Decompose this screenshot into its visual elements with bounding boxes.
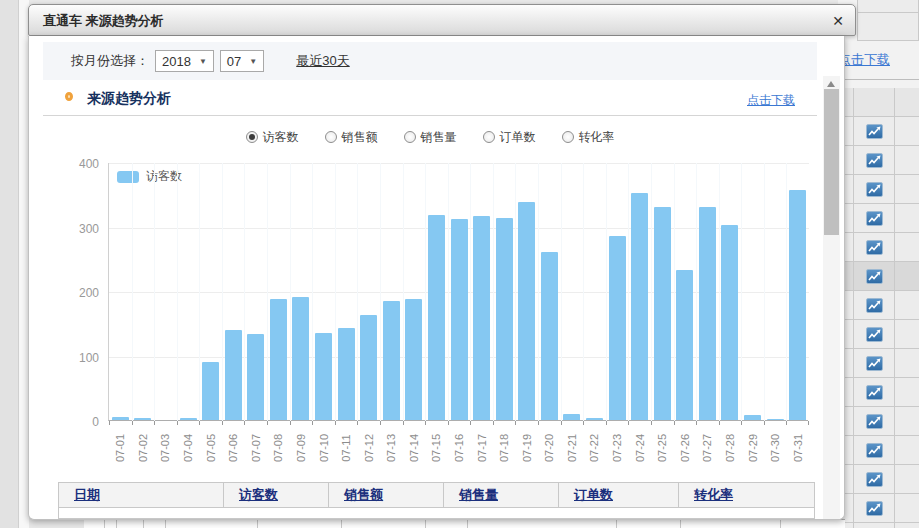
trend-chart-icon[interactable] <box>866 211 883 226</box>
month-selector-row: 按月份选择： 2018 ▼ 07 ▼ 最近30天 <box>43 42 817 80</box>
trend-chart-icon[interactable] <box>866 124 883 139</box>
bar-07-28 <box>721 225 738 420</box>
dialog-title: 直通车 来源趋势分析 <box>43 5 164 36</box>
trend-chart-icon[interactable] <box>866 153 883 168</box>
table-sort-link[interactable]: 日期 <box>74 486 100 504</box>
bullet-ring-icon <box>65 92 73 101</box>
table-cell <box>895 436 919 464</box>
trend-chart-icon[interactable] <box>866 414 883 429</box>
table-sort-link[interactable]: 销售额 <box>344 486 383 504</box>
x-axis-tick <box>154 421 155 425</box>
table-header-cell: 销售额 <box>329 483 444 507</box>
trend-chart-icon[interactable] <box>866 472 883 487</box>
metric-radio-3[interactable]: 销售量 <box>404 129 457 146</box>
x-tick-label: 07-31 <box>792 428 804 468</box>
bar-07-07 <box>247 334 264 420</box>
radio-button[interactable] <box>562 131 574 143</box>
metric-radio-2[interactable]: 销售额 <box>325 129 378 146</box>
y-tick-label: 100 <box>63 351 99 365</box>
month-select[interactable]: 07 ▼ <box>220 50 264 72</box>
x-tick-label: 07-08 <box>272 428 284 468</box>
trend-chart-icon[interactable] <box>866 240 883 255</box>
x-axis-tick <box>132 421 133 425</box>
gridline <box>335 163 336 421</box>
x-axis-tick <box>357 421 358 425</box>
bar-07-18 <box>496 218 513 420</box>
x-axis-tick <box>380 421 381 425</box>
table-cell <box>895 175 919 203</box>
trend-chart-icon[interactable] <box>866 327 883 342</box>
background-table-cell <box>857 13 919 41</box>
bar-07-04 <box>180 418 197 420</box>
cell-border <box>780 520 781 528</box>
radio-button[interactable] <box>325 131 337 143</box>
trend-chart-icon[interactable] <box>866 443 883 458</box>
cell-border <box>341 520 342 528</box>
x-tick-label: 07-14 <box>408 428 420 468</box>
gridline <box>244 163 245 421</box>
dialog-scrollbar[interactable] <box>823 76 840 520</box>
scrollbar-thumb[interactable] <box>824 89 839 235</box>
x-tick-label: 07-01 <box>114 428 126 468</box>
gridline <box>583 163 584 421</box>
radio-button[interactable] <box>404 131 416 143</box>
gridline <box>132 163 133 421</box>
metric-radio-label: 销售量 <box>421 129 457 146</box>
bar-07-06 <box>225 330 242 420</box>
trend-chart-icon[interactable] <box>866 182 883 197</box>
bar-07-17 <box>473 216 490 420</box>
dialog-titlebar: 直通车 来源趋势分析 ✕ <box>28 4 856 36</box>
table-cell <box>895 349 919 377</box>
table-sort-link[interactable]: 订单数 <box>574 486 613 504</box>
table-cell <box>854 233 895 261</box>
x-axis-tick <box>290 421 291 425</box>
bar-07-12 <box>360 315 377 420</box>
table-cell <box>895 320 919 348</box>
table-cell <box>854 320 895 348</box>
gridline <box>290 163 291 421</box>
background-table-cell <box>857 0 919 13</box>
x-tick-label: 07-06 <box>227 428 239 468</box>
table-cell <box>895 88 919 116</box>
trend-chart-icon[interactable] <box>866 356 883 371</box>
gridline <box>538 163 539 421</box>
trend-chart-icon[interactable] <box>866 298 883 313</box>
metric-radio-5[interactable]: 转化率 <box>562 129 615 146</box>
trend-chart-icon[interactable] <box>866 501 883 516</box>
x-tick-label: 07-13 <box>385 428 397 468</box>
gridline <box>696 163 697 421</box>
table-cell <box>895 378 919 406</box>
radio-button[interactable] <box>246 131 258 143</box>
bar-07-11 <box>338 328 355 420</box>
gridline <box>312 163 313 421</box>
bar-07-25 <box>654 207 671 420</box>
table-sort-link[interactable]: 销售量 <box>459 486 498 504</box>
trend-chart-icon[interactable] <box>866 269 883 284</box>
gridline <box>606 163 607 421</box>
table-sort-link[interactable]: 访客数 <box>239 486 278 504</box>
scroll-up-icon[interactable] <box>823 76 840 90</box>
metric-radio-4[interactable]: 订单数 <box>483 129 536 146</box>
year-select[interactable]: 2018 ▼ <box>155 50 214 72</box>
download-link[interactable]: 点击下载 <box>747 92 795 109</box>
table-cell <box>854 436 895 464</box>
metric-radio-1[interactable]: 访客数 <box>246 129 299 146</box>
table-cell <box>854 146 895 174</box>
trend-chart-icon[interactable] <box>866 385 883 400</box>
x-axis-tick <box>583 421 584 425</box>
radio-button[interactable] <box>483 131 495 143</box>
bar-07-09 <box>292 297 309 420</box>
close-icon[interactable]: ✕ <box>827 10 849 32</box>
table-cell <box>895 262 919 290</box>
x-axis-tick <box>335 421 336 425</box>
table-header-cell: 销售量 <box>444 483 559 507</box>
gridline <box>403 163 404 421</box>
year-select-value: 2018 <box>162 54 191 69</box>
x-axis-tick <box>493 421 494 425</box>
x-tick-label: 07-16 <box>453 428 465 468</box>
gridline <box>470 163 471 421</box>
table-sort-link[interactable]: 转化率 <box>694 486 733 504</box>
recent-30-days-link[interactable]: 最近30天 <box>296 52 349 70</box>
table-header-cell: 访客数 <box>224 483 329 507</box>
x-tick-label: 07-11 <box>340 428 352 468</box>
